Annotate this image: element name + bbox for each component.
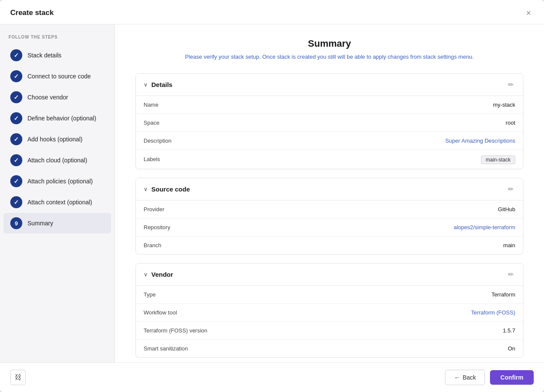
modal-footer: ⛓ ← Back Confirm bbox=[0, 362, 544, 392]
field-value: GitHub bbox=[498, 206, 515, 212]
main-content: Summary Please verify your stack setup. … bbox=[115, 24, 544, 362]
sidebar-step-2[interactable]: Connect to source code bbox=[3, 66, 111, 87]
field-value: root bbox=[506, 120, 515, 126]
section-header-vendor: ∨Vendor✏ bbox=[136, 263, 523, 285]
section-title-details: Details bbox=[151, 81, 172, 88]
field-value: my-stack bbox=[493, 102, 515, 108]
step-icon-4 bbox=[10, 112, 22, 124]
link-button[interactable]: ⛓ bbox=[10, 370, 26, 385]
sidebar-step-3[interactable]: Choose vendor bbox=[3, 87, 111, 108]
tag-badge: main-stack bbox=[481, 156, 515, 164]
field-value: main bbox=[503, 242, 515, 248]
link-icon: ⛓ bbox=[15, 374, 21, 381]
field-label: Labels bbox=[144, 156, 160, 162]
sidebar-step-7[interactable]: Attach policies (optional) bbox=[3, 171, 111, 192]
step-icon-9: 9 bbox=[10, 217, 22, 229]
step-icon-2 bbox=[10, 70, 22, 82]
field-row-repository: Repositoryalopes2/simple-terraform bbox=[136, 218, 523, 236]
field-row-smart-sanitization: Smart sanitizationOn bbox=[136, 340, 523, 357]
footer-left: ⛓ bbox=[10, 370, 26, 385]
edit-button-source_code[interactable]: ✏ bbox=[506, 184, 515, 194]
back-button[interactable]: ← Back bbox=[445, 370, 485, 385]
field-value: Super Amazing Descriptions bbox=[445, 138, 515, 144]
step-icon-7 bbox=[10, 175, 22, 187]
sidebar-step-5[interactable]: Add hooks (optional) bbox=[3, 129, 111, 150]
step-label-5: Add hooks (optional) bbox=[27, 136, 82, 143]
chevron-down-icon: ∨ bbox=[144, 271, 148, 278]
field-row-workflow-tool: Workflow toolTerraform (FOSS) bbox=[136, 304, 523, 322]
field-label: Name bbox=[144, 102, 159, 108]
section-vendor: ∨Vendor✏TypeTerraformWorkflow toolTerraf… bbox=[135, 263, 523, 358]
sidebar: FOLLOW THE STEPS Stack detailsConnect to… bbox=[0, 24, 115, 362]
field-value: Terraform (FOSS) bbox=[471, 309, 515, 316]
field-row-terraform-(foss)-version: Terraform (FOSS) version1.5.7 bbox=[136, 322, 523, 340]
field-label: Branch bbox=[144, 242, 161, 248]
edit-button-details[interactable]: ✏ bbox=[506, 80, 515, 90]
step-icon-8 bbox=[10, 196, 22, 208]
modal-title: Create stack bbox=[10, 9, 54, 17]
section-header-source_code: ∨Source code✏ bbox=[136, 178, 523, 200]
field-label: Terraform (FOSS) version bbox=[144, 327, 207, 334]
modal-header: Create stack × bbox=[0, 0, 544, 24]
section-details: ∨Details✏Namemy-stackSpacerootDescriptio… bbox=[135, 73, 523, 169]
field-label: Provider bbox=[144, 206, 164, 212]
confirm-button[interactable]: Confirm bbox=[490, 370, 534, 385]
footer-right: ← Back Confirm bbox=[445, 370, 534, 385]
field-row-type: TypeTerraform bbox=[136, 286, 523, 304]
step-label-3: Choose vendor bbox=[27, 94, 68, 101]
sidebar-step-6[interactable]: Attach cloud (optional) bbox=[3, 150, 111, 171]
step-label-4: Define behavior (optional) bbox=[27, 115, 96, 122]
step-icon-6 bbox=[10, 154, 22, 166]
field-label: Smart sanitization bbox=[144, 345, 188, 352]
follow-steps-label: FOLLOW THE STEPS bbox=[0, 35, 114, 45]
back-arrow-icon: ← bbox=[454, 374, 460, 381]
step-icon-1 bbox=[10, 49, 22, 61]
field-label: Description bbox=[144, 138, 171, 144]
section-source_code: ∨Source code✏ProviderGitHubRepositoryalo… bbox=[135, 178, 523, 254]
step-icon-3 bbox=[10, 91, 22, 103]
step-label-1: Stack details bbox=[27, 52, 61, 59]
sidebar-step-4[interactable]: Define behavior (optional) bbox=[3, 108, 111, 129]
create-stack-modal: Create stack × FOLLOW THE STEPS Stack de… bbox=[0, 0, 544, 392]
modal-body: FOLLOW THE STEPS Stack detailsConnect to… bbox=[0, 24, 544, 362]
field-label: Space bbox=[144, 120, 159, 126]
field-row-space: Spaceroot bbox=[136, 114, 523, 132]
field-row-description: DescriptionSuper Amazing Descriptions bbox=[136, 132, 523, 150]
close-button[interactable]: × bbox=[523, 8, 534, 18]
step-label-7: Attach policies (optional) bbox=[27, 178, 93, 185]
step-label-9: Summary bbox=[27, 220, 53, 227]
step-icon-5 bbox=[10, 133, 22, 145]
field-label: Repository bbox=[144, 224, 170, 230]
step-label-6: Attach cloud (optional) bbox=[27, 157, 87, 164]
sidebar-step-8[interactable]: Attach context (optional) bbox=[3, 192, 111, 212]
edit-button-vendor[interactable]: ✏ bbox=[506, 269, 515, 279]
field-value: On bbox=[508, 345, 515, 352]
field-value: alopes2/simple-terraform bbox=[454, 224, 515, 230]
step-label-8: Attach context (optional) bbox=[27, 199, 92, 206]
section-title-vendor: Vendor bbox=[151, 271, 173, 278]
field-label: Type bbox=[144, 291, 156, 298]
field-row-labels: Labelsmain-stack bbox=[136, 150, 523, 169]
section-header-details: ∨Details✏ bbox=[136, 74, 523, 96]
back-label: Back bbox=[463, 374, 476, 381]
sidebar-step-1[interactable]: Stack details bbox=[3, 45, 111, 66]
page-title: Summary bbox=[135, 38, 523, 49]
summary-subtitle: Please verify your stack setup. Once sta… bbox=[135, 53, 523, 61]
field-value: Terraform bbox=[491, 291, 515, 298]
field-row-branch: Branchmain bbox=[136, 236, 523, 254]
step-label-2: Connect to source code bbox=[27, 73, 91, 80]
field-label: Workflow tool bbox=[144, 309, 177, 316]
field-row-provider: ProviderGitHub bbox=[136, 200, 523, 218]
sidebar-step-9[interactable]: 9Summary bbox=[3, 213, 111, 233]
chevron-down-icon: ∨ bbox=[144, 186, 148, 192]
field-value: 1.5.7 bbox=[503, 327, 515, 334]
section-title-source_code: Source code bbox=[151, 186, 190, 193]
chevron-down-icon: ∨ bbox=[144, 81, 148, 88]
field-row-name: Namemy-stack bbox=[136, 96, 523, 114]
